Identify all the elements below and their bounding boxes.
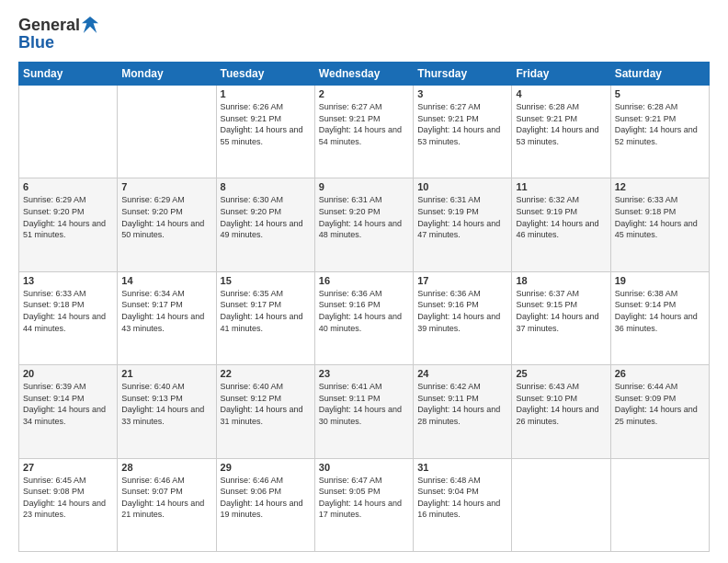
day-info: Sunrise: 6:46 AM Sunset: 9:06 PM Dayligh…: [221, 475, 311, 521]
day-number: 20: [23, 368, 113, 379]
weekday-sunday: Sunday: [19, 63, 118, 86]
calendar-table: SundayMondayTuesdayWednesdayThursdayFrid…: [18, 62, 710, 552]
calendar-cell: 26Sunrise: 6:44 AM Sunset: 9:09 PM Dayli…: [610, 365, 709, 458]
day-info: Sunrise: 6:29 AM Sunset: 9:20 PM Dayligh…: [121, 194, 211, 240]
week-row-3: 13Sunrise: 6:33 AM Sunset: 9:18 PM Dayli…: [19, 271, 710, 364]
weekday-wednesday: Wednesday: [314, 63, 413, 86]
day-number: 9: [319, 181, 409, 192]
day-info: Sunrise: 6:40 AM Sunset: 9:12 PM Dayligh…: [221, 381, 311, 427]
day-number: 24: [417, 368, 507, 379]
calendar-cell: 25Sunrise: 6:43 AM Sunset: 9:10 PM Dayli…: [512, 365, 610, 458]
calendar-cell: 17Sunrise: 6:36 AM Sunset: 9:16 PM Dayli…: [414, 271, 512, 364]
weekday-thursday: Thursday: [414, 63, 512, 86]
calendar-cell: 16Sunrise: 6:36 AM Sunset: 9:16 PM Dayli…: [314, 271, 413, 364]
day-info: Sunrise: 6:47 AM Sunset: 9:05 PM Dayligh…: [319, 475, 409, 521]
day-info: Sunrise: 6:35 AM Sunset: 9:17 PM Dayligh…: [221, 288, 311, 334]
day-number: 21: [121, 368, 211, 379]
calendar-cell: 15Sunrise: 6:35 AM Sunset: 9:17 PM Dayli…: [216, 271, 314, 364]
day-info: Sunrise: 6:45 AM Sunset: 9:08 PM Dayligh…: [23, 475, 113, 521]
day-info: Sunrise: 6:29 AM Sunset: 9:20 PM Dayligh…: [23, 194, 113, 240]
calendar-cell: [610, 458, 709, 551]
day-number: 6: [23, 181, 113, 192]
calendar-cell: 29Sunrise: 6:46 AM Sunset: 9:06 PM Dayli…: [216, 458, 314, 551]
day-info: Sunrise: 6:37 AM Sunset: 9:15 PM Dayligh…: [516, 288, 606, 334]
day-info: Sunrise: 6:43 AM Sunset: 9:10 PM Dayligh…: [516, 381, 606, 427]
calendar-cell: 18Sunrise: 6:37 AM Sunset: 9:15 PM Dayli…: [512, 271, 610, 364]
day-info: Sunrise: 6:39 AM Sunset: 9:14 PM Dayligh…: [23, 381, 113, 427]
day-info: Sunrise: 6:44 AM Sunset: 9:09 PM Dayligh…: [615, 381, 705, 427]
day-number: 10: [417, 181, 507, 192]
calendar-cell: 6Sunrise: 6:29 AM Sunset: 9:20 PM Daylig…: [19, 178, 118, 271]
day-number: 27: [23, 462, 113, 473]
header: General Blue: [18, 15, 710, 52]
day-number: 23: [319, 368, 409, 379]
day-number: 31: [417, 462, 507, 473]
day-number: 3: [417, 88, 507, 99]
day-number: 18: [516, 275, 606, 286]
day-number: 14: [121, 275, 211, 286]
day-info: Sunrise: 6:48 AM Sunset: 9:04 PM Dayligh…: [417, 475, 507, 521]
day-number: 8: [221, 181, 311, 192]
week-row-2: 6Sunrise: 6:29 AM Sunset: 9:20 PM Daylig…: [19, 178, 710, 271]
weekday-tuesday: Tuesday: [216, 63, 314, 86]
calendar-cell: 11Sunrise: 6:32 AM Sunset: 9:19 PM Dayli…: [512, 178, 610, 271]
calendar-cell: 12Sunrise: 6:33 AM Sunset: 9:18 PM Dayli…: [610, 178, 709, 271]
day-number: 13: [23, 275, 113, 286]
day-info: Sunrise: 6:36 AM Sunset: 9:16 PM Dayligh…: [319, 288, 409, 334]
calendar-cell: 2Sunrise: 6:27 AM Sunset: 9:21 PM Daylig…: [314, 86, 413, 178]
day-info: Sunrise: 6:46 AM Sunset: 9:07 PM Dayligh…: [121, 475, 211, 521]
page: General Blue SundayMondayTuesdayWednesda…: [0, 0, 728, 563]
calendar-cell: 5Sunrise: 6:28 AM Sunset: 9:21 PM Daylig…: [610, 86, 709, 178]
calendar-cell: 3Sunrise: 6:27 AM Sunset: 9:21 PM Daylig…: [414, 86, 512, 178]
day-info: Sunrise: 6:33 AM Sunset: 9:18 PM Dayligh…: [615, 194, 705, 240]
day-number: 17: [417, 275, 507, 286]
logo-blue-text: Blue: [18, 33, 98, 52]
weekday-friday: Friday: [512, 63, 610, 86]
day-number: 30: [319, 462, 409, 473]
calendar-cell: 10Sunrise: 6:31 AM Sunset: 9:19 PM Dayli…: [414, 178, 512, 271]
day-number: 28: [121, 462, 211, 473]
svg-marker-0: [82, 17, 98, 33]
day-number: 29: [221, 462, 311, 473]
day-number: 1: [221, 88, 311, 99]
day-info: Sunrise: 6:41 AM Sunset: 9:11 PM Dayligh…: [319, 381, 409, 427]
calendar-cell: 22Sunrise: 6:40 AM Sunset: 9:12 PM Dayli…: [216, 365, 314, 458]
day-number: 16: [319, 275, 409, 286]
day-number: 19: [615, 275, 705, 286]
week-row-4: 20Sunrise: 6:39 AM Sunset: 9:14 PM Dayli…: [19, 365, 710, 458]
day-info: Sunrise: 6:32 AM Sunset: 9:19 PM Dayligh…: [516, 194, 606, 240]
calendar-cell: 27Sunrise: 6:45 AM Sunset: 9:08 PM Dayli…: [19, 458, 118, 551]
calendar-cell: 28Sunrise: 6:46 AM Sunset: 9:07 PM Dayli…: [118, 458, 216, 551]
day-info: Sunrise: 6:33 AM Sunset: 9:18 PM Dayligh…: [23, 288, 113, 334]
calendar-cell: 31Sunrise: 6:48 AM Sunset: 9:04 PM Dayli…: [414, 458, 512, 551]
calendar-cell: 21Sunrise: 6:40 AM Sunset: 9:13 PM Dayli…: [118, 365, 216, 458]
week-row-1: 1Sunrise: 6:26 AM Sunset: 9:21 PM Daylig…: [19, 86, 710, 178]
calendar-cell: 23Sunrise: 6:41 AM Sunset: 9:11 PM Dayli…: [314, 365, 413, 458]
day-number: 7: [121, 181, 211, 192]
day-number: 25: [516, 368, 606, 379]
day-info: Sunrise: 6:40 AM Sunset: 9:13 PM Dayligh…: [121, 381, 211, 427]
weekday-header-row: SundayMondayTuesdayWednesdayThursdayFrid…: [19, 63, 710, 86]
day-info: Sunrise: 6:26 AM Sunset: 9:21 PM Dayligh…: [221, 101, 311, 147]
calendar-cell: 13Sunrise: 6:33 AM Sunset: 9:18 PM Dayli…: [19, 271, 118, 364]
weekday-monday: Monday: [118, 63, 216, 86]
day-number: 22: [221, 368, 311, 379]
calendar-cell: 19Sunrise: 6:38 AM Sunset: 9:14 PM Dayli…: [610, 271, 709, 364]
calendar-cell: 7Sunrise: 6:29 AM Sunset: 9:20 PM Daylig…: [118, 178, 216, 271]
day-info: Sunrise: 6:28 AM Sunset: 9:21 PM Dayligh…: [615, 101, 705, 147]
calendar-cell: 24Sunrise: 6:42 AM Sunset: 9:11 PM Dayli…: [414, 365, 512, 458]
day-number: 12: [615, 181, 705, 192]
day-info: Sunrise: 6:30 AM Sunset: 9:20 PM Dayligh…: [221, 194, 311, 240]
day-info: Sunrise: 6:36 AM Sunset: 9:16 PM Dayligh…: [417, 288, 507, 334]
logo-general: General: [18, 16, 80, 35]
day-number: 5: [615, 88, 705, 99]
day-info: Sunrise: 6:42 AM Sunset: 9:11 PM Dayligh…: [417, 381, 507, 427]
day-number: 15: [221, 275, 311, 286]
calendar-cell: 4Sunrise: 6:28 AM Sunset: 9:21 PM Daylig…: [512, 86, 610, 178]
day-info: Sunrise: 6:27 AM Sunset: 9:21 PM Dayligh…: [417, 101, 507, 147]
week-row-5: 27Sunrise: 6:45 AM Sunset: 9:08 PM Dayli…: [19, 458, 710, 551]
logo-bird-icon: [82, 15, 98, 35]
calendar-cell: [19, 86, 118, 178]
calendar-cell: 30Sunrise: 6:47 AM Sunset: 9:05 PM Dayli…: [314, 458, 413, 551]
day-info: Sunrise: 6:31 AM Sunset: 9:19 PM Dayligh…: [417, 194, 507, 240]
